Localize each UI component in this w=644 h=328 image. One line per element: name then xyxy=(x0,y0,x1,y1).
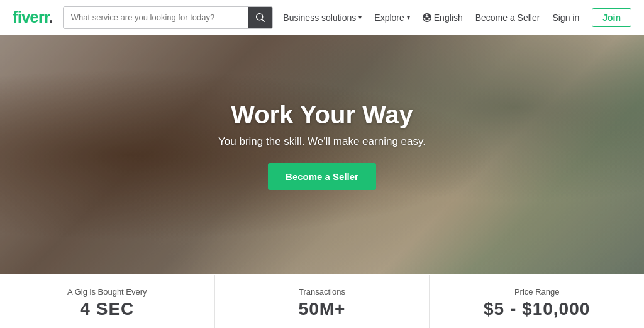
stat-item-transactions: Transactions 50M+ xyxy=(215,275,430,328)
stat-item-price: Price Range $5 - $10,000 xyxy=(430,275,644,328)
stat-item-gig: A Gig is Bought Every 4 SEC xyxy=(0,275,215,328)
logo-text: fiverr xyxy=(13,8,49,26)
language-link[interactable]: English xyxy=(423,13,463,23)
stat-label-gig: A Gig is Bought Every xyxy=(67,287,147,297)
become-seller-nav-link[interactable]: Become a Seller xyxy=(475,13,540,23)
search-bar xyxy=(63,6,274,29)
join-button[interactable]: Join xyxy=(592,8,631,27)
become-seller-button[interactable]: Become a Seller xyxy=(268,163,376,190)
stat-value-gig: 4 SEC xyxy=(80,299,134,319)
hero-subtitle: You bring the skill. We'll make earning … xyxy=(218,135,426,148)
navbar: fiverr. Business solutions ▾ Explore ▾ E… xyxy=(0,0,644,35)
hero-title: Work Your Way xyxy=(231,101,413,129)
business-solutions-link[interactable]: Business solutions ▾ xyxy=(283,13,362,23)
stat-value-transactions: 50M+ xyxy=(299,299,346,319)
search-icon xyxy=(256,13,265,22)
logo[interactable]: fiverr. xyxy=(13,8,53,27)
globe-icon xyxy=(423,13,431,22)
search-input[interactable] xyxy=(64,7,249,28)
search-button[interactable] xyxy=(248,7,272,28)
chevron-down-icon: ▾ xyxy=(407,14,410,21)
logo-dot: . xyxy=(49,8,53,26)
nav-links: Business solutions ▾ Explore ▾ English B… xyxy=(283,8,631,27)
hero-content: Work Your Way You bring the skill. We'll… xyxy=(0,35,644,274)
chevron-down-icon: ▾ xyxy=(358,14,362,21)
stats-bar: A Gig is Bought Every 4 SEC Transactions… xyxy=(0,274,644,328)
explore-link[interactable]: Explore ▾ xyxy=(374,13,409,23)
sign-in-link[interactable]: Sign in xyxy=(552,13,579,23)
stat-label-transactions: Transactions xyxy=(299,287,345,297)
stat-label-price: Price Range xyxy=(514,287,560,297)
stat-value-price: $5 - $10,000 xyxy=(484,299,590,319)
hero-section: Work Your Way You bring the skill. We'll… xyxy=(0,35,644,274)
